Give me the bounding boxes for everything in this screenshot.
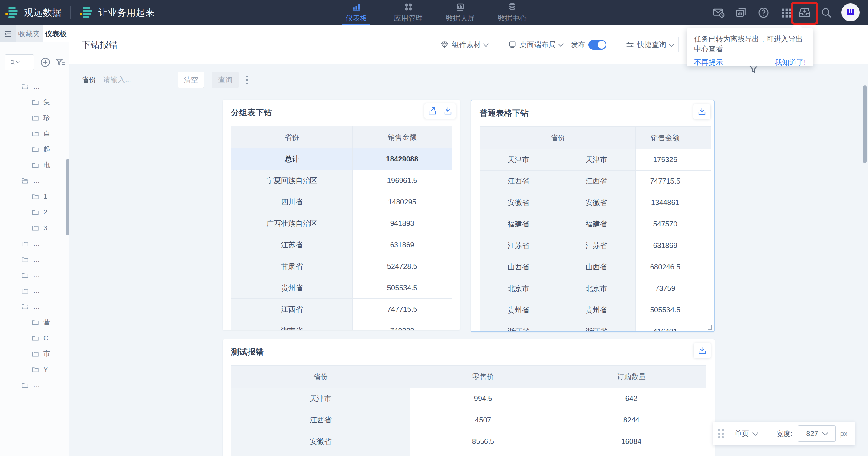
province-cell-2[interactable]: 贵州省 xyxy=(557,300,636,321)
sales-cell[interactable]: 73759 xyxy=(636,278,695,300)
tree-item[interactable]: 电 xyxy=(0,157,68,173)
table-row[interactable]: 安徽省 安徽省 1344861 482 xyxy=(480,192,711,213)
province-cell[interactable]: 江苏省 xyxy=(480,235,557,256)
sales-cell[interactable]: 680246.5 xyxy=(636,256,695,278)
retail-cell[interactable]: 994.5 xyxy=(410,388,556,409)
sidebar-tab-favorites[interactable]: 收藏夹 xyxy=(16,25,42,42)
province-cell[interactable]: 贵州省 xyxy=(231,277,353,299)
mail-subscription-icon[interactable] xyxy=(713,7,725,19)
table-row[interactable]: 甘肃省 524728.5 xyxy=(231,256,452,277)
province-cell[interactable]: 总计 xyxy=(231,148,353,170)
table-row[interactable]: 湖南省 740282 xyxy=(231,320,452,331)
sales-cell[interactable]: 631869 xyxy=(636,235,695,256)
qty-cell[interactable]: 642 xyxy=(556,388,707,409)
province-cell[interactable]: 福建省 xyxy=(231,452,410,456)
download-icon[interactable] xyxy=(698,346,707,355)
sales-cell[interactable]: 18429088 xyxy=(353,148,452,170)
sales-cell[interactable]: 631869 xyxy=(353,234,452,256)
tree-item[interactable]: 3 xyxy=(0,220,68,236)
got-it-link[interactable]: 我知道了! xyxy=(775,57,806,67)
tree-item[interactable]: … xyxy=(0,236,68,252)
qty-cell[interactable]: 16084 xyxy=(556,431,707,452)
col-header-retail[interactable]: 零售价 xyxy=(410,366,556,388)
province-cell[interactable]: 贵州省 xyxy=(480,300,557,321)
filter-more-button[interactable] xyxy=(246,76,248,84)
province-cell-2[interactable]: 江西省 xyxy=(557,171,636,192)
table-row[interactable]: 天津市 994.5 642 xyxy=(231,388,707,409)
province-cell[interactable]: 江西省 xyxy=(231,299,353,320)
filter-list-icon[interactable] xyxy=(55,57,66,68)
table-row[interactable]: 安徽省 8556.5 16084 xyxy=(231,431,707,452)
search-scope-dropdown[interactable] xyxy=(5,55,24,70)
table-row[interactable]: 贵州省 505534.5 xyxy=(231,277,452,299)
col-header-province[interactable]: 省份 xyxy=(231,366,410,388)
tree-item[interactable]: C xyxy=(0,330,68,346)
sales-cell[interactable]: 747715.5 xyxy=(353,299,452,320)
download-icon[interactable] xyxy=(698,107,706,116)
province-cell[interactable]: 山西省 xyxy=(480,256,557,278)
qty-cell[interactable] xyxy=(556,452,707,456)
tab-dashboard[interactable]: 仪表板 xyxy=(338,0,374,25)
province-cell[interactable]: 安徽省 xyxy=(231,431,410,452)
sales-cell[interactable]: 505534.5 xyxy=(636,300,695,321)
search-icon[interactable] xyxy=(820,7,832,19)
publish-toggle[interactable] xyxy=(588,40,607,50)
col-header-sales[interactable]: 销售金额 xyxy=(353,126,452,148)
qty-cell[interactable]: 8244 xyxy=(556,409,707,431)
tree-item[interactable]: 珍 xyxy=(0,110,68,126)
sales-cell[interactable]: 1480295 xyxy=(353,192,452,213)
delivery-cell[interactable]: 19 xyxy=(695,149,711,171)
table-row[interactable]: 总计 18429088 xyxy=(231,148,452,170)
sidebar-collapse-button[interactable] xyxy=(0,25,16,42)
add-dashboard-button[interactable] xyxy=(40,57,51,68)
avatar[interactable] xyxy=(841,3,860,22)
table-row[interactable]: 宁夏回族自治区 196961.5 xyxy=(231,170,452,192)
tree-item[interactable]: … xyxy=(0,299,68,314)
report-icon[interactable] xyxy=(735,7,747,19)
retail-cell[interactable]: 4507 xyxy=(410,409,556,431)
quick-query-dropdown[interactable]: 快捷查询 xyxy=(626,36,674,53)
sales-cell[interactable]: 941893 xyxy=(353,213,452,234)
delivery-cell[interactable]: 247 xyxy=(695,171,711,192)
tree-item[interactable]: 集 xyxy=(0,94,68,110)
table-row[interactable]: 江西省 747715.5 xyxy=(231,299,452,320)
dont-remind-link[interactable]: 不再提示 xyxy=(694,57,723,67)
page-mode-dropdown[interactable]: 单页 xyxy=(735,429,757,438)
table-row[interactable]: 江西省 4507 8244 xyxy=(231,409,707,431)
retail-cell[interactable] xyxy=(410,452,556,456)
tree-item[interactable]: 营 xyxy=(0,314,68,330)
tree-item[interactable]: 起 xyxy=(0,142,68,157)
sales-cell[interactable]: 505534.5 xyxy=(353,277,452,299)
component-material-dropdown[interactable]: 组件素材 xyxy=(440,36,488,53)
table-row[interactable]: 山西省 山西省 680246.5 338 xyxy=(480,256,711,278)
filter-input[interactable] xyxy=(103,72,167,87)
province-cell[interactable]: 江西省 xyxy=(480,171,557,192)
col-header-province[interactable]: 省份 xyxy=(231,126,353,148)
sales-cell[interactable]: 196961.5 xyxy=(353,170,452,192)
download-icon[interactable] xyxy=(443,107,453,115)
tree-item[interactable]: … xyxy=(0,79,68,94)
tree-item[interactable]: … xyxy=(0,267,68,283)
sales-cell[interactable]: 547570 xyxy=(636,213,695,235)
desktop-layout-dropdown[interactable]: 桌面端布局 xyxy=(508,36,563,53)
tree-item[interactable]: … xyxy=(0,173,68,189)
delivery-cell[interactable]: 227 xyxy=(695,300,711,321)
resize-handle[interactable] xyxy=(708,325,712,330)
tree-item[interactable]: … xyxy=(0,377,68,393)
province-cell[interactable]: 四川省 xyxy=(231,192,353,213)
province-cell[interactable]: 浙江省 xyxy=(480,321,557,332)
province-cell-2[interactable]: 山西省 xyxy=(557,256,636,278)
col-header-delivery[interactable]: 配送费用 xyxy=(695,127,711,149)
sidebar-scrollbar[interactable] xyxy=(66,159,69,235)
sales-cell[interactable]: 416491 xyxy=(636,321,695,332)
province-cell[interactable]: 北京市 xyxy=(480,278,557,300)
sales-cell[interactable]: 740282 xyxy=(353,320,452,331)
tab-data-center[interactable]: 数据中心 xyxy=(494,0,530,25)
table-row[interactable]: 贵州省 贵州省 505534.5 227 xyxy=(480,300,711,321)
tab-data-screen[interactable]: 数据大屏 xyxy=(442,0,478,25)
table-row[interactable]: 四川省 1480295 xyxy=(231,192,452,213)
province-cell[interactable]: 广西壮族自治区 xyxy=(231,213,353,234)
col-header-sales[interactable]: 销售金额 xyxy=(636,127,695,149)
tree-item[interactable]: … xyxy=(0,252,68,267)
delivery-cell[interactable]: 249 xyxy=(695,213,711,235)
